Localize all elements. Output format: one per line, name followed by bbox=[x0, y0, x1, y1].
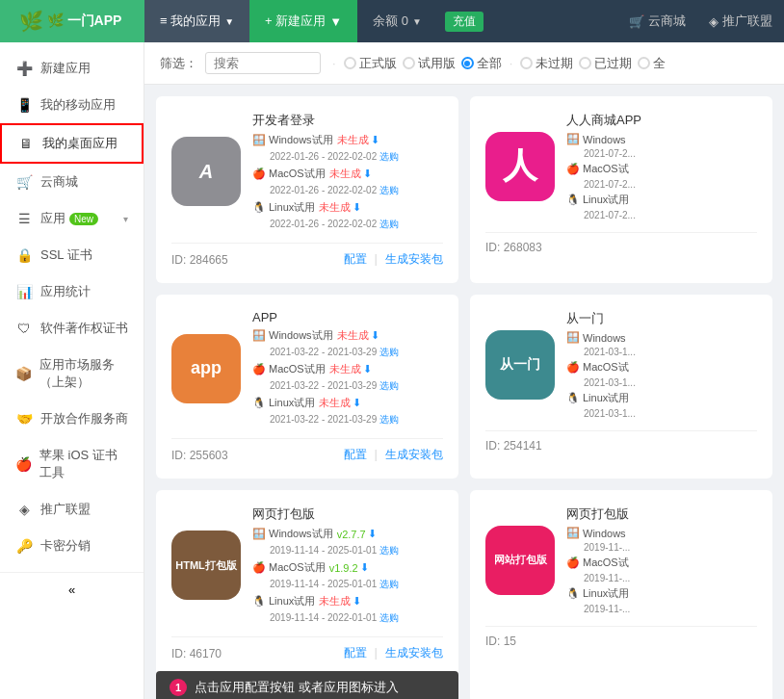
app-icon-1[interactable]: A bbox=[171, 137, 241, 206]
app-name-2[interactable]: 人人商城APP bbox=[566, 112, 757, 129]
copyright-icon: 🛡 bbox=[15, 321, 33, 336]
affiliate-label: 推广联盟 bbox=[722, 13, 772, 30]
affiliate-nav[interactable]: ◈ 推广联盟 bbox=[697, 13, 784, 30]
sidebar-item-cloud-shop[interactable]: 🛒 云商城 bbox=[0, 164, 144, 200]
date-4-2: 2021-03-1... bbox=[584, 377, 757, 388]
download-icon-5-3: ⬇ bbox=[353, 595, 361, 608]
config-btn-1[interactable]: 配置 bbox=[344, 251, 367, 268]
sidebar-item-partner[interactable]: 🤝 开放合作服务商 bbox=[0, 401, 144, 437]
filter-trial[interactable]: 试用版 bbox=[403, 55, 456, 72]
app-icon-5[interactable]: HTML打包版 bbox=[171, 531, 241, 600]
sidebar-item-ssl[interactable]: 🔒 SSL 证书 bbox=[0, 237, 144, 273]
link-1-2[interactable]: 选购 bbox=[379, 185, 399, 195]
app-icon-4[interactable]: 从一门 bbox=[485, 330, 555, 400]
link-5-1[interactable]: 选购 bbox=[379, 545, 399, 556]
app-icon-3[interactable]: app bbox=[171, 334, 241, 403]
platform-name-4-1: Windows bbox=[583, 332, 626, 344]
download-icon-1-1: ⬇ bbox=[371, 134, 379, 146]
diamond-icon: ◈ bbox=[15, 502, 33, 517]
sidebar-item-market[interactable]: 📦 应用市场服务（上架） bbox=[0, 347, 144, 401]
link-3-2[interactable]: 选购 bbox=[379, 380, 399, 391]
download-icon-3-3: ⬇ bbox=[353, 397, 361, 409]
download-icon-1-2: ⬇ bbox=[363, 168, 372, 180]
platform-name-3-3: Linux试用 bbox=[269, 396, 315, 410]
app-info-2: 人人商城APP 🪟 Windows 2021-07-2... 🍎 MacOS试 … bbox=[566, 112, 757, 220]
date-1-1: 2022-01-26 - 2022-02-02 选购 bbox=[270, 150, 443, 164]
link-3-1[interactable]: 选购 bbox=[379, 347, 399, 357]
linux-icon-1-3: 🐧 bbox=[252, 201, 266, 214]
sidebar-label-apps: 应用 bbox=[40, 210, 65, 227]
shop-nav[interactable]: 🛒 云商城 bbox=[617, 13, 697, 30]
filter-all2[interactable]: 全 bbox=[638, 55, 666, 72]
date-4-3: 2021-03-1... bbox=[584, 408, 757, 419]
date-5-1: 2019-11-14 - 2025-01-01 选购 bbox=[270, 544, 443, 557]
platform-name-5-3: Linux试用 bbox=[269, 594, 315, 608]
app-icon-6[interactable]: 网站打包版 bbox=[485, 526, 555, 595]
balance-nav[interactable]: 余额 0 ▼ bbox=[357, 0, 437, 42]
filter-valid[interactable]: 未过期 bbox=[520, 55, 573, 72]
app-info-3: APP 🪟 Windows试用 未生成 ⬇ 2021-03-22 - 2021-… bbox=[252, 310, 443, 427]
apps-icon: ☰ bbox=[15, 211, 33, 226]
config-btn-5[interactable]: 配置 bbox=[344, 645, 367, 661]
app-icon-2[interactable]: 人 bbox=[485, 132, 555, 201]
sidebar-item-secret[interactable]: 🔑 卡密分销 bbox=[0, 528, 144, 564]
sidebar-item-stats[interactable]: 📊 应用统计 bbox=[0, 273, 144, 310]
mac-icon-6-2: 🍎 bbox=[566, 557, 580, 569]
platform-name-1-3: Linux试用 bbox=[269, 200, 315, 215]
stats-icon: 📊 bbox=[15, 284, 33, 299]
windows-icon-6-1: 🪟 bbox=[566, 527, 580, 539]
platform-status-1-1: 未生成 bbox=[337, 133, 369, 147]
link-1-3[interactable]: 选购 bbox=[379, 219, 399, 229]
app-name-6[interactable]: 网页打包版 bbox=[566, 505, 757, 523]
download-icon-5-1[interactable]: ⬇ bbox=[368, 528, 377, 540]
build-btn-3[interactable]: 生成安装包 bbox=[385, 447, 443, 463]
sidebar-label-desktop: 我的桌面应用 bbox=[42, 135, 118, 152]
new-app-nav[interactable]: + 新建应用 ▼ bbox=[249, 0, 357, 42]
config-btn-3[interactable]: 配置 bbox=[344, 447, 367, 463]
app-name-4[interactable]: 从一门 bbox=[566, 310, 757, 327]
platform-row-6-2: 🍎 MacOS试 bbox=[566, 556, 757, 570]
link-5-2[interactable]: 选购 bbox=[379, 579, 399, 589]
affiliate-icon: ◈ bbox=[709, 14, 719, 29]
link-3-3[interactable]: 选购 bbox=[379, 414, 399, 425]
windows-icon-5-1: 🪟 bbox=[252, 528, 266, 540]
download-icon-5-2[interactable]: ⬇ bbox=[360, 561, 369, 574]
sep-3: | bbox=[375, 447, 378, 463]
link-1-1[interactable]: 选购 bbox=[379, 151, 399, 162]
sidebar-label-cloud-shop: 云商城 bbox=[40, 173, 78, 191]
sidebar-item-copyright[interactable]: 🛡 软件著作权证书 bbox=[0, 310, 144, 347]
app-name-3[interactable]: APP bbox=[252, 310, 443, 324]
sidebar-item-new-app[interactable]: ➕ 新建应用 bbox=[0, 50, 144, 87]
date-2-1: 2021-07-2... bbox=[584, 148, 757, 159]
logo[interactable]: 🌿 🌿 一门APP bbox=[0, 0, 144, 42]
date-2-2: 2021-07-2... bbox=[584, 179, 757, 190]
sidebar-item-desktop-app[interactable]: 🖥 我的桌面应用 bbox=[0, 123, 144, 164]
search-input[interactable] bbox=[205, 52, 321, 74]
content-area: 筛选： · 正式版 试用版 全部 · 未过期 bbox=[144, 42, 784, 699]
mac-icon-2-2: 🍎 bbox=[566, 163, 580, 175]
sidebar-item-ios[interactable]: 🍎 苹果 iOS 证书工具 bbox=[0, 437, 144, 491]
linux-icon-4-3: 🐧 bbox=[566, 392, 580, 404]
platform-name-3-1: Windows试用 bbox=[269, 328, 333, 343]
build-btn-1[interactable]: 生成安装包 bbox=[385, 251, 443, 268]
filter-official[interactable]: 正式版 bbox=[344, 55, 397, 72]
app-name-1[interactable]: 开发者登录 bbox=[252, 112, 443, 129]
tooltip-number: 1 bbox=[170, 679, 187, 696]
app-name-5[interactable]: 网页打包版 bbox=[252, 505, 443, 523]
sidebar-item-affiliate[interactable]: ◈ 推广联盟 bbox=[0, 491, 144, 528]
filter-expired[interactable]: 已过期 bbox=[579, 55, 632, 72]
windows-icon-3-1: 🪟 bbox=[252, 329, 266, 342]
app-footer-1: ID: 284665 配置 | 生成安装包 bbox=[171, 243, 443, 268]
date-3-1: 2021-03-22 - 2021-03-29 选购 bbox=[270, 346, 443, 359]
sidebar-item-apps[interactable]: ☰ 应用 New ▾ bbox=[0, 200, 144, 237]
sidebar-item-mobile-app[interactable]: 📱 我的移动应用 bbox=[0, 87, 144, 123]
sidebar-collapse[interactable]: « bbox=[0, 572, 144, 607]
platform-name-6-2: MacOS试 bbox=[583, 556, 629, 570]
filter-all[interactable]: 全部 bbox=[461, 55, 502, 72]
link-5-3[interactable]: 选购 bbox=[379, 612, 399, 623]
apps-arrow: ▾ bbox=[123, 214, 128, 224]
recharge-btn[interactable]: 充值 bbox=[445, 12, 483, 32]
build-btn-5[interactable]: 生成安装包 bbox=[385, 645, 443, 661]
my-apps-nav[interactable]: ≡ 我的应用 ▼ bbox=[144, 0, 249, 42]
plus-icon: ➕ bbox=[15, 61, 33, 76]
